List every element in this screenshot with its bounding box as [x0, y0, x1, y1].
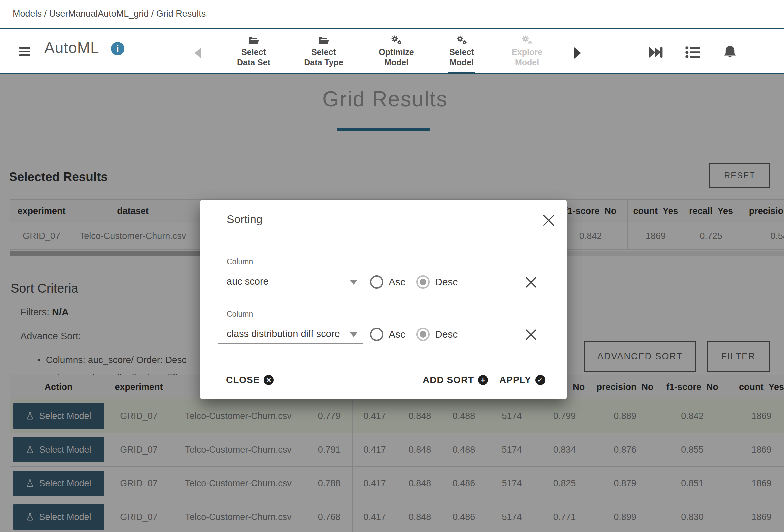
breadcrumb-bar: Models / UserManualAutoML_grid / Grid Re…: [0, 0, 784, 29]
steps-next-icon[interactable]: [574, 47, 581, 59]
step-select-model[interactable]: SelectModel: [428, 31, 495, 74]
remove-sort-icon[interactable]: [525, 329, 537, 340]
desc-radio[interactable]: Desc: [416, 275, 458, 289]
check-circle-icon: ✓: [535, 375, 545, 385]
sort-column-dropdown[interactable]: class distribution diff score: [218, 325, 363, 344]
dropdown-underline: [218, 292, 363, 292]
asc-radio[interactable]: Asc: [370, 275, 405, 289]
radio-icon: [370, 275, 383, 289]
radio-selected-icon: [416, 275, 430, 289]
close-icon[interactable]: [543, 214, 555, 226]
chevron-down-icon: [350, 280, 357, 285]
dropdown-value: class distribution diff score: [227, 328, 340, 339]
app-title: AutoML: [44, 39, 99, 57]
sort-row: auc score Asc Desc: [200, 273, 567, 296]
plus-circle-icon: +: [478, 375, 488, 385]
apply-button[interactable]: APPLY ✓: [499, 375, 545, 385]
active-step-underline: [448, 72, 475, 73]
chevron-down-icon: [350, 332, 357, 337]
bell-icon[interactable]: [721, 44, 739, 62]
steps-prev-icon[interactable]: [195, 47, 201, 59]
step-select-data-type[interactable]: SelectData Type: [290, 31, 357, 74]
app-header: AutoML i SelectData Set SelectData Type …: [0, 31, 784, 74]
desc-radio[interactable]: Desc: [416, 328, 458, 341]
breadcrumb[interactable]: Models / UserManualAutoML_grid / Grid Re…: [13, 9, 206, 19]
sort-row: class distribution diff score Asc Desc: [200, 325, 567, 348]
add-sort-button[interactable]: ADD SORT +: [423, 375, 488, 385]
radio-selected-icon: [416, 328, 430, 341]
close-circle-icon: ×: [264, 375, 274, 385]
remove-sort-icon[interactable]: [525, 277, 537, 288]
automl-app-window: Models / UserManualAutoML_grid / Grid Re…: [0, 0, 784, 532]
step-select-data-set[interactable]: SelectData Set: [220, 31, 287, 74]
asc-radio[interactable]: Asc: [370, 328, 405, 341]
list-icon[interactable]: [683, 44, 702, 62]
skip-forward-icon[interactable]: [647, 44, 664, 62]
step-optimize-model[interactable]: OptimizeModel: [363, 31, 430, 74]
radio-icon: [370, 328, 383, 341]
dropdown-value: auc score: [227, 276, 269, 287]
folder-open-icon: [290, 34, 357, 47]
gears-icon: [494, 34, 560, 47]
sorting-modal: Sorting Column auc score Asc Desc Column…: [200, 200, 567, 399]
hamburger-menu-icon[interactable]: [19, 47, 31, 58]
close-button[interactable]: CLOSE ×: [226, 375, 274, 385]
dropdown-underline: [218, 343, 363, 344]
folder-open-icon: [220, 34, 287, 47]
step-explore-model: ExploreModel: [494, 31, 560, 74]
gears-icon: [428, 34, 495, 47]
modal-title: Sorting: [227, 213, 263, 226]
sort-column-dropdown[interactable]: auc score: [218, 273, 363, 292]
column-label: Column: [227, 310, 253, 319]
info-icon[interactable]: i: [111, 42, 124, 55]
gears-icon: [363, 34, 430, 47]
column-label: Column: [227, 257, 253, 266]
